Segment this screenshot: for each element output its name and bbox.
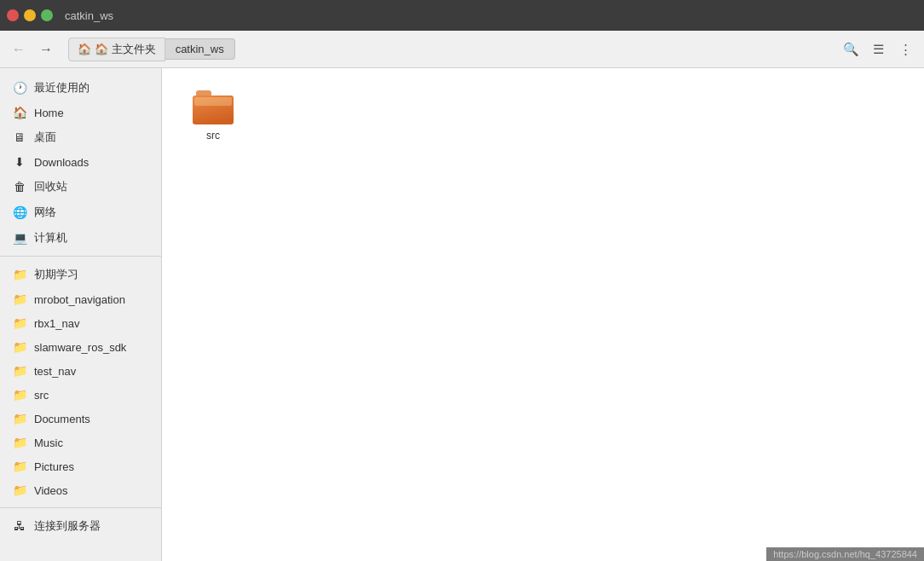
home-icon: 🏠 xyxy=(78,43,91,55)
sidebar-item-slamware-label: slamware_ros_sdk xyxy=(34,341,126,354)
folder-icon-pictures: 📁 xyxy=(12,460,27,473)
statusbar: https://blog.csdn.net/hq_43725844 xyxy=(766,547,924,561)
sidebar-item-videos-label: Videos xyxy=(34,484,68,497)
sidebar-item-documents-label: Documents xyxy=(34,413,90,425)
folder-src[interactable]: src xyxy=(179,85,247,147)
sidebar: 🕐 最近使用的 🏠 Home 🖥 桌面 ⬇ Downloads 🗑 回收站 🌐 … xyxy=(0,68,162,561)
sidebar-item-qixue[interactable]: 📁 初期学习 xyxy=(0,262,161,287)
sidebar-item-connect[interactable]: 🖧 连接到服务器 xyxy=(0,513,161,539)
sidebar-item-trash-label: 回收站 xyxy=(34,179,67,194)
window-title: catkin_ws xyxy=(65,9,113,22)
sidebar-item-network-label: 网络 xyxy=(34,205,56,220)
content-area[interactable]: src xyxy=(162,68,924,561)
breadcrumb-home-label: 🏠 主文件夹 xyxy=(95,42,156,57)
sidebar-item-network[interactable]: 🌐 网络 xyxy=(0,200,161,225)
sidebar-item-home[interactable]: 🏠 Home xyxy=(0,101,161,124)
sidebar-item-slamware[interactable]: 📁 slamware_ros_sdk xyxy=(0,335,161,359)
back-button[interactable]: ← xyxy=(7,38,31,61)
sidebar-item-mrobot[interactable]: 📁 mrobot_navigation xyxy=(0,287,161,311)
toolbar: ← → 🏠 🏠 主文件夹 catkin_ws 🔍 ☰ ⋮ xyxy=(0,31,924,68)
sidebar-item-music-label: Music xyxy=(34,437,63,449)
desktop-icon: 🖥 xyxy=(12,130,27,144)
folder-icon-src: 📁 xyxy=(12,388,27,402)
sidebar-item-src[interactable]: 📁 src xyxy=(0,383,161,407)
sidebar-item-recent-label: 最近使用的 xyxy=(34,80,90,95)
sidebar-item-test-nav[interactable]: 📁 test_nav xyxy=(0,359,161,383)
sidebar-item-music[interactable]: 📁 Music xyxy=(0,431,161,454)
sidebar-item-documents[interactable]: 📁 Documents xyxy=(0,407,161,431)
network-icon: 🌐 xyxy=(12,205,27,219)
sidebar-item-desktop[interactable]: 🖥 桌面 xyxy=(0,124,161,150)
statusbar-text: https://blog.csdn.net/hq_43725844 xyxy=(773,549,917,559)
search-button[interactable]: 🔍 xyxy=(839,38,863,61)
sidebar-item-trash[interactable]: 🗑 回收站 xyxy=(0,174,161,200)
sidebar-item-downloads-label: Downloads xyxy=(34,156,89,169)
sidebar-item-videos[interactable]: 📁 Videos xyxy=(0,478,161,502)
sidebar-divider-2 xyxy=(0,507,161,508)
folder-icon-rbx1: 📁 xyxy=(12,316,27,330)
list-icon: ☰ xyxy=(873,42,884,57)
folder-icon-documents: 📁 xyxy=(12,412,27,425)
folder-icon-videos: 📁 xyxy=(12,483,27,497)
breadcrumb-current[interactable]: catkin_ws xyxy=(165,38,235,60)
trash-icon: 🗑 xyxy=(12,180,27,194)
grid-icon: ⋮ xyxy=(899,42,912,57)
minimize-button[interactable] xyxy=(24,9,36,21)
sidebar-item-connect-label: 连接到服务器 xyxy=(34,518,101,534)
breadcrumb: 🏠 🏠 主文件夹 catkin_ws xyxy=(68,38,235,61)
sidebar-item-qixue-label: 初期学习 xyxy=(34,267,78,282)
folder-icon-test-nav: 📁 xyxy=(12,364,27,378)
sidebar-item-computer-label: 计算机 xyxy=(34,230,67,246)
folder-icon-music: 📁 xyxy=(12,436,27,449)
main-layout: 🕐 最近使用的 🏠 Home 🖥 桌面 ⬇ Downloads 🗑 回收站 🌐 … xyxy=(0,68,924,561)
recent-icon: 🕐 xyxy=(12,81,27,95)
sidebar-item-recent[interactable]: 🕐 最近使用的 xyxy=(0,75,161,101)
titlebar: catkin_ws xyxy=(0,0,924,31)
downloads-icon: ⬇ xyxy=(12,155,27,169)
folder-icon-qixue: 📁 xyxy=(12,268,27,281)
sidebar-item-rbx1-label: rbx1_nav xyxy=(34,317,79,330)
close-button[interactable] xyxy=(7,9,19,21)
search-icon: 🔍 xyxy=(843,42,859,57)
maximize-button[interactable] xyxy=(41,9,53,21)
list-view-button[interactable]: ☰ xyxy=(866,38,890,61)
sidebar-item-src-label: src xyxy=(34,389,49,402)
home-sidebar-icon: 🏠 xyxy=(12,106,27,119)
sidebar-item-home-label: Home xyxy=(34,107,64,119)
folder-icon-slamware: 📁 xyxy=(12,340,27,354)
sidebar-divider-1 xyxy=(0,256,161,257)
sidebar-item-rbx1[interactable]: 📁 rbx1_nav xyxy=(0,311,161,335)
sidebar-item-pictures-label: Pictures xyxy=(34,460,74,473)
sidebar-item-downloads[interactable]: ⬇ Downloads xyxy=(0,150,161,174)
connect-icon: 🖧 xyxy=(12,519,27,533)
sidebar-item-desktop-label: 桌面 xyxy=(34,130,56,145)
folder-src-label: src xyxy=(206,130,220,142)
sidebar-item-test-nav-label: test_nav xyxy=(34,365,76,378)
sidebar-item-mrobot-label: mrobot_navigation xyxy=(34,293,125,306)
sidebar-item-pictures[interactable]: 📁 Pictures xyxy=(0,454,161,478)
grid-view-button[interactable]: ⋮ xyxy=(893,38,917,61)
sidebar-item-computer[interactable]: 💻 计算机 xyxy=(0,225,161,251)
forward-button[interactable]: → xyxy=(34,38,58,61)
computer-icon: 💻 xyxy=(12,231,27,245)
folder-icon-mrobot: 📁 xyxy=(12,292,27,306)
breadcrumb-home[interactable]: 🏠 🏠 主文件夹 xyxy=(68,38,165,61)
folder-src-icon xyxy=(193,90,234,126)
svg-rect-2 xyxy=(194,97,232,106)
